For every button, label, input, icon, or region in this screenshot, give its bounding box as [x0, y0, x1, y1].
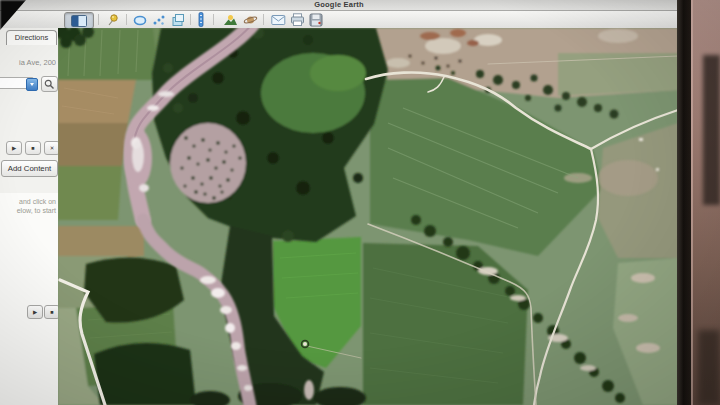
- path-icon: [152, 13, 166, 27]
- image-overlay-button[interactable]: [169, 12, 187, 27]
- save-icon: [309, 13, 323, 27]
- help-line: and click on: [0, 198, 56, 207]
- toolbar-divider: [263, 14, 264, 25]
- google-earth-window: Google Earth: [0, 0, 678, 405]
- email-icon: [271, 14, 286, 26]
- path-button[interactable]: [150, 12, 168, 27]
- window-title: Google Earth: [0, 0, 678, 10]
- help-line: elow, to start: [0, 207, 56, 216]
- lower-playback-row: ▶ ■: [0, 305, 58, 319]
- ruler-button[interactable]: [195, 12, 207, 27]
- playback-row: ▶ ■ ✕: [0, 141, 58, 155]
- tour-play-button[interactable]: ▶: [27, 305, 43, 319]
- polygon-icon: [133, 13, 147, 27]
- bezel-reflection: [698, 330, 720, 405]
- placemark-icon: [105, 13, 119, 27]
- stop-button[interactable]: ■: [25, 141, 41, 155]
- toolbar-divider: [126, 14, 127, 25]
- tab-directions[interactable]: Directions: [6, 30, 57, 45]
- search-dropdown-button[interactable]: [26, 78, 38, 91]
- search-button[interactable]: [41, 76, 58, 92]
- sidebar-lower-area: [0, 193, 58, 405]
- polygon-button[interactable]: [131, 12, 149, 27]
- planets-icon: [243, 13, 258, 27]
- sunlight-button[interactable]: [221, 12, 239, 27]
- search-row: [0, 76, 58, 92]
- sidebar-toggle-icon: [71, 15, 87, 27]
- bezel-highlight: [691, 0, 693, 405]
- bezel-reflection: [703, 55, 720, 205]
- main-toolbar: [0, 11, 678, 29]
- sidebar-toggle-button[interactable]: [64, 12, 94, 29]
- planets-button[interactable]: [241, 12, 259, 27]
- toolbar-divider: [190, 14, 191, 25]
- chevron-down-icon: [30, 83, 34, 86]
- print-button[interactable]: [288, 12, 306, 27]
- toolbar-divider: [213, 14, 214, 25]
- address-result-text: ia Ave, 200: [0, 58, 56, 67]
- save-button[interactable]: [307, 12, 325, 27]
- email-button[interactable]: [269, 12, 287, 27]
- add-content-button[interactable]: Add Content: [1, 160, 58, 177]
- toolbar-divider: [98, 14, 99, 25]
- window-titlebar[interactable]: Google Earth: [0, 0, 678, 11]
- play-button[interactable]: ▶: [6, 141, 22, 155]
- satellite-imagery: [58, 28, 678, 405]
- placemark-button[interactable]: [103, 12, 121, 27]
- sidebar-panel: Directions ia Ave, 200 ▶ ■ ✕ Add: [0, 28, 59, 405]
- image-overlay-icon: [171, 13, 185, 27]
- ruler-icon: [197, 12, 205, 27]
- satellite-map-viewport[interactable]: [58, 28, 678, 405]
- search-icon: [44, 79, 55, 90]
- help-text: and click on elow, to start: [0, 198, 56, 215]
- sunlight-icon: [223, 13, 238, 27]
- print-icon: [290, 13, 305, 26]
- monitor-photo: Google Earth: [0, 0, 720, 405]
